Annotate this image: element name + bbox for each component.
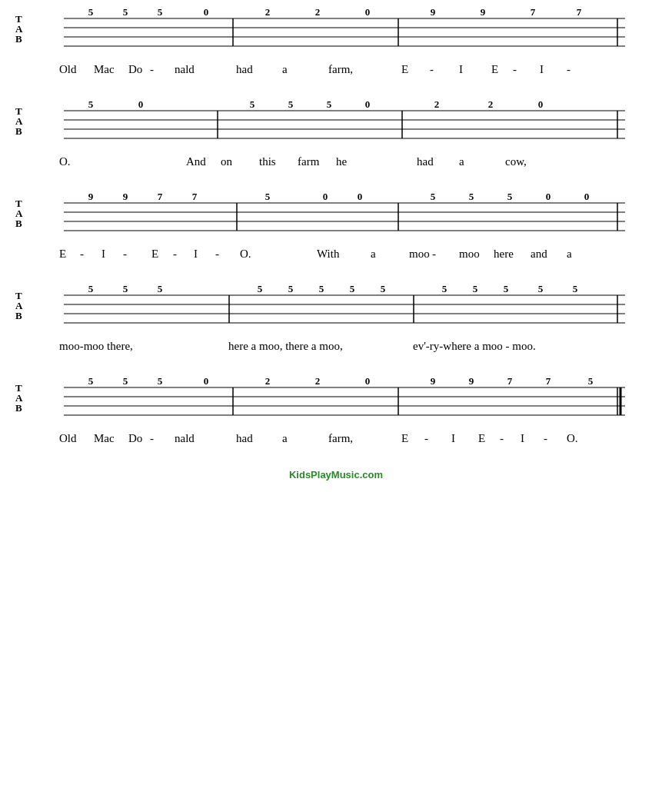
svg-text:5: 5 [469,192,474,202]
lyrics-line: OldMacDo-naldhadafarm,E-IE-I- [15,63,657,86]
lyric-word: had [417,155,434,168]
svg-text:0: 0 [204,377,209,387]
svg-text:5: 5 [319,284,324,294]
svg-text:0: 0 [538,100,544,110]
svg-text:5: 5 [88,8,94,18]
tab-label: TAB [15,14,22,44]
lyric-word: I [194,248,198,261]
lyric-word: And [186,155,206,168]
svg-text:9: 9 [88,192,94,202]
svg-text:5: 5 [288,284,294,294]
lyric-word: E [59,248,66,261]
lyric-word: - [567,63,571,76]
svg-text:5: 5 [442,284,447,294]
lyric-word: - [430,63,434,76]
tab-label: TAB [15,291,22,321]
svg-text:0: 0 [138,100,144,110]
svg-text:5: 5 [250,100,255,110]
lyric-word: - [432,248,436,261]
svg-text:5: 5 [473,284,478,294]
svg-text:7: 7 [546,377,551,387]
lyrics-line: E-I-E-I-O.Withamoo-moohereanda [15,248,657,271]
lyric-word: a [567,248,572,261]
lyric-word: - [544,432,547,445]
svg-text:7: 7 [531,8,536,18]
lyric-word: I [101,248,105,261]
svg-text:2: 2 [315,377,321,387]
svg-text:0: 0 [584,192,590,202]
svg-text:5: 5 [504,284,509,294]
app-container: TAB55502209977OldMacDo-naldhadafarm,E-IE… [15,8,657,455]
svg-text:5: 5 [158,284,163,294]
svg-text:5: 5 [431,192,436,202]
lyric-word: nald [175,432,195,445]
tab-label: TAB [15,198,22,228]
lyric-word: E [151,248,158,261]
lyric-word: a [282,432,288,445]
svg-text:5: 5 [538,284,544,294]
lyric-word: I [540,63,544,76]
lyric-word: I [459,63,463,76]
lyric-word: - [150,432,154,445]
svg-text:0: 0 [546,192,551,202]
svg-text:5: 5 [158,8,163,18]
lyric-word: Do [128,432,142,445]
svg-text:0: 0 [204,8,209,18]
svg-text:9: 9 [431,377,436,387]
lyric-word: moo [409,248,430,261]
lyric-word: - [123,248,127,261]
svg-text:5: 5 [381,284,386,294]
svg-text:0: 0 [365,377,371,387]
tab-section-2: TAB505550220O.Andonthisfarmhehadacow, [15,100,657,178]
svg-text:5: 5 [123,8,128,18]
tab-label: TAB [15,383,22,413]
lyric-word: O. [240,248,251,261]
lyric-word: E [491,63,498,76]
lyrics-line: moo-moo there,here a moo, there a moo,ev… [15,340,657,363]
lyric-word: I [521,432,524,445]
svg-text:5: 5 [507,192,513,202]
lyric-word: I [451,432,455,445]
lyric-word: - [150,63,154,76]
svg-text:5: 5 [123,377,128,387]
lyric-word: Mac [94,63,115,76]
lyrics-line: O.Andonthisfarmhehadacow, [15,155,657,178]
svg-text:5: 5 [288,100,294,110]
lyric-word: - [513,63,517,76]
svg-text:5: 5 [123,284,128,294]
svg-text:2: 2 [488,100,494,110]
svg-text:7: 7 [577,8,582,18]
svg-text:2: 2 [265,8,271,18]
watermark: KidsPlayMusic.com [15,469,657,480]
lyric-word: moo-moo there, [59,340,133,353]
lyric-word: he [336,155,347,168]
lyric-word: had [236,63,253,76]
lyric-word: cow, [505,155,527,168]
lyric-word: - [215,248,219,261]
svg-text:9: 9 [469,377,474,387]
lyric-word: With [317,248,339,261]
lyric-word: here [494,248,514,261]
svg-text:0: 0 [358,192,363,202]
lyric-word: Mac [94,432,115,445]
lyrics-line: OldMacDo-naldhadafarm,E-IE-I-O. [15,432,657,455]
tab-section-3: TAB997750055500E-I-E-I-O.Withamoo-mooher… [15,192,657,271]
lyric-word: farm, [328,63,353,76]
lyric-word: O. [567,432,578,445]
lyric-word: and [531,248,547,261]
lyric-word: O. [59,155,71,168]
tab-section-1: TAB55502209977OldMacDo-naldhadafarm,E-IE… [15,8,657,86]
lyric-word: on [221,155,232,168]
lyric-word: this [259,155,276,168]
lyric-word: nald [175,63,195,76]
svg-text:5: 5 [88,284,94,294]
lyric-word: - [500,432,504,445]
svg-text:7: 7 [158,192,163,202]
lyric-word: ev'-ry-where a moo - moo. [413,340,536,353]
lyric-word: E [401,63,408,76]
lyric-word: a [371,248,376,261]
svg-text:5: 5 [88,377,94,387]
svg-text:0: 0 [323,192,328,202]
tab-section-5: TAB555022099775OldMacDo-naldhadafarm,E-I… [15,377,657,455]
svg-text:7: 7 [192,192,198,202]
